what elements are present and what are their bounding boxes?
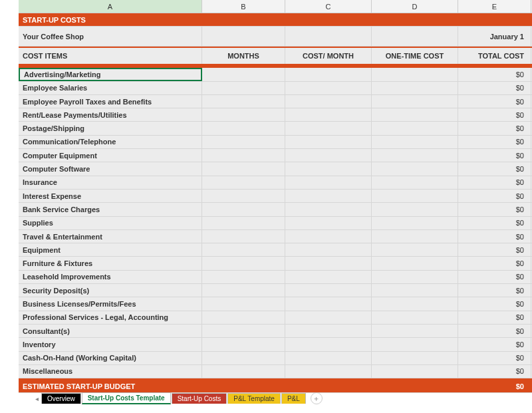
cost-item-label[interactable]: Inventory	[19, 338, 202, 350]
total-cost-cell[interactable]: $0	[458, 271, 531, 283]
cost-month-cell[interactable]	[285, 122, 372, 134]
one-time-cell[interactable]	[372, 176, 458, 189]
cost-month-cell[interactable]	[285, 352, 372, 364]
col-label-total[interactable]: TOTAL COST	[458, 48, 531, 64]
add-sheet-icon[interactable]: ＋	[311, 392, 323, 404]
one-time-cell[interactable]	[372, 243, 458, 256]
total-cost-cell[interactable]: $0	[458, 149, 531, 162]
total-cost-cell[interactable]: $0	[458, 311, 531, 324]
cost-month-cell[interactable]	[285, 271, 372, 283]
cost-month-cell[interactable]	[285, 95, 372, 108]
footer-total[interactable]: $0	[458, 380, 531, 392]
months-cell[interactable]	[202, 122, 285, 134]
one-time-cell[interactable]	[372, 325, 458, 337]
months-cell[interactable]	[202, 297, 285, 310]
one-time-cell[interactable]	[372, 230, 458, 243]
tab-pl-template[interactable]: P&L Template	[227, 393, 281, 404]
total-cost-cell[interactable]: $0	[458, 257, 531, 269]
months-cell[interactable]	[202, 338, 285, 350]
cost-month-cell[interactable]	[285, 190, 372, 202]
months-cell[interactable]	[202, 162, 285, 175]
months-cell[interactable]	[202, 284, 285, 297]
one-time-cell[interactable]	[372, 257, 458, 269]
total-cost-cell[interactable]: $0	[458, 297, 531, 310]
col-label-cost-month[interactable]: COST/ MONTH	[285, 48, 372, 64]
cost-month-cell[interactable]	[285, 162, 372, 175]
one-time-cell[interactable]	[372, 311, 458, 324]
total-cost-cell[interactable]: $0	[458, 122, 531, 134]
col-label-one-time[interactable]: ONE-TIME COST	[372, 48, 458, 64]
total-cost-cell[interactable]: $0	[458, 243, 531, 256]
cost-month-cell[interactable]	[285, 325, 372, 337]
cell[interactable]	[285, 380, 372, 392]
cost-item-label[interactable]: Miscellaneous	[19, 365, 202, 378]
cost-month-cell[interactable]	[285, 149, 372, 162]
months-cell[interactable]	[202, 136, 285, 148]
total-cost-cell[interactable]: $0	[458, 325, 531, 337]
cost-item-label[interactable]: Computer Equipment	[19, 149, 202, 162]
one-time-cell[interactable]	[372, 68, 458, 80]
cost-month-cell[interactable]	[285, 136, 372, 148]
cost-month-cell[interactable]	[285, 176, 372, 189]
cost-month-cell[interactable]	[285, 217, 372, 229]
months-cell[interactable]	[202, 257, 285, 269]
one-time-cell[interactable]	[372, 217, 458, 229]
one-time-cell[interactable]	[372, 136, 458, 148]
one-time-cell[interactable]	[372, 190, 458, 202]
months-cell[interactable]	[202, 230, 285, 243]
cost-month-cell[interactable]	[285, 338, 372, 350]
cost-item-label[interactable]: Business Licenses/Permits/Fees	[19, 297, 202, 310]
col-header-e[interactable]: E	[458, 0, 531, 13]
cost-item-label[interactable]: Advertising/Marketing	[19, 68, 202, 80]
one-time-cell[interactable]	[372, 297, 458, 310]
title-cell[interactable]: START-UP COSTS	[19, 13, 202, 26]
cost-month-cell[interactable]	[285, 284, 372, 297]
cell[interactable]	[202, 27, 285, 46]
cost-item-label[interactable]: Interest Expense	[19, 190, 202, 202]
cell[interactable]	[372, 13, 458, 26]
cost-item-label[interactable]: Security Deposit(s)	[19, 284, 202, 297]
total-cost-cell[interactable]: $0	[458, 190, 531, 202]
cell[interactable]	[285, 13, 372, 26]
col-header-a[interactable]: A	[19, 0, 202, 13]
cost-item-label[interactable]: Postage/Shipping	[19, 122, 202, 134]
total-cost-cell[interactable]: $0	[458, 176, 531, 189]
months-cell[interactable]	[202, 271, 285, 283]
total-cost-cell[interactable]: $0	[458, 284, 531, 297]
cost-item-label[interactable]: Travel & Entertainment	[19, 230, 202, 243]
tab-startup-costs-template[interactable]: Start-Up Costs Template	[82, 392, 171, 404]
one-time-cell[interactable]	[372, 82, 458, 94]
months-cell[interactable]	[202, 365, 285, 378]
total-cost-cell[interactable]: $0	[458, 108, 531, 121]
one-time-cell[interactable]	[372, 122, 458, 134]
one-time-cell[interactable]	[372, 203, 458, 215]
total-cost-cell[interactable]: $0	[458, 217, 531, 229]
months-cell[interactable]	[202, 108, 285, 121]
total-cost-cell[interactable]: $0	[458, 95, 531, 108]
cell[interactable]	[285, 27, 372, 46]
cost-month-cell[interactable]	[285, 297, 372, 310]
total-cost-cell[interactable]: $0	[458, 203, 531, 215]
one-time-cell[interactable]	[372, 95, 458, 108]
tab-pl[interactable]: P&L	[281, 393, 306, 404]
total-cost-cell[interactable]: $0	[458, 68, 531, 80]
cost-month-cell[interactable]	[285, 230, 372, 243]
months-cell[interactable]	[202, 149, 285, 162]
cost-item-label[interactable]: Equipment	[19, 243, 202, 256]
months-cell[interactable]	[202, 68, 285, 80]
months-cell[interactable]	[202, 352, 285, 364]
cost-item-label[interactable]: Furniture & Fixtures	[19, 257, 202, 269]
months-cell[interactable]	[202, 217, 285, 229]
months-cell[interactable]	[202, 203, 285, 215]
cost-item-label[interactable]: Professional Services - Legal, Accountin…	[19, 311, 202, 324]
cost-item-label[interactable]: Employee Payroll Taxes and Benefits	[19, 95, 202, 108]
total-cost-cell[interactable]: $0	[458, 136, 531, 148]
one-time-cell[interactable]	[372, 108, 458, 121]
col-label-months[interactable]: MONTHS	[202, 48, 285, 64]
cost-month-cell[interactable]	[285, 203, 372, 215]
date-cell[interactable]: January 1	[458, 27, 531, 46]
tab-startup-costs[interactable]: Start-Up Costs	[172, 393, 227, 404]
cost-item-label[interactable]: Rent/Lease Payments/Utilities	[19, 108, 202, 121]
cost-month-cell[interactable]	[285, 365, 372, 378]
cell[interactable]	[202, 380, 285, 392]
